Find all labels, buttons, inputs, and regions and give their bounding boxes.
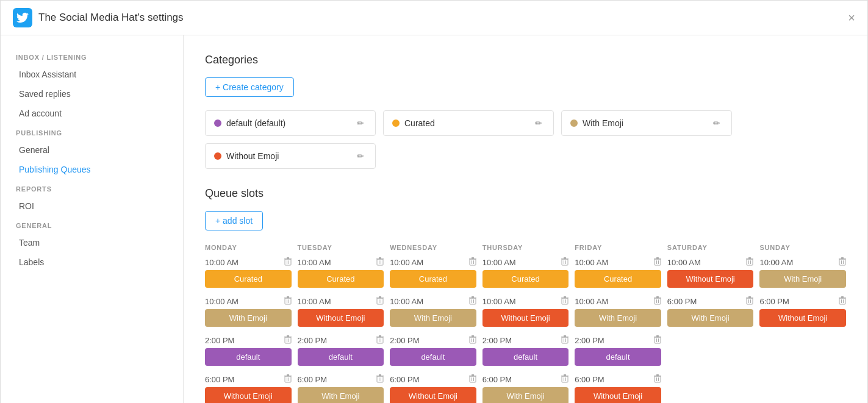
sidebar-item-ad-account[interactable]: Ad account	[1, 104, 183, 123]
svg-rect-84	[656, 257, 659, 259]
svg-rect-15	[285, 376, 291, 382]
sidebar-item-publishing-queues[interactable]: Publishing Queues	[1, 160, 183, 179]
svg-rect-43	[469, 259, 476, 260]
slot-time-row: 10:00 AM	[667, 257, 754, 268]
delete-slot-button[interactable]	[284, 335, 292, 346]
slot-time-row: 6:00 PM	[298, 374, 384, 385]
svg-rect-5	[285, 298, 291, 304]
svg-rect-51	[472, 338, 472, 342]
svg-rect-11	[287, 338, 287, 342]
delete-slot-button[interactable]	[654, 335, 661, 346]
slot-badge: With Emoji	[298, 387, 384, 403]
delete-slot-button[interactable]	[376, 296, 384, 307]
delete-slot-button[interactable]	[561, 335, 569, 346]
edit-category-button[interactable]: ✏	[533, 117, 545, 129]
delete-slot-button[interactable]	[376, 374, 384, 385]
delete-slot-button[interactable]	[561, 257, 569, 268]
svg-rect-63	[561, 259, 569, 260]
slot-group: 10:00 AMCurated	[205, 257, 292, 288]
add-slot-button[interactable]: + add slot	[205, 211, 263, 230]
slot-group: 2:00 PMdefault	[298, 335, 384, 366]
schedule-grid: MONDAY10:00 AMCurated10:00 AMWith Emoji2…	[205, 244, 846, 403]
slot-time: 10:00 AM	[575, 258, 608, 267]
category-dot	[214, 152, 221, 160]
edit-category-button[interactable]: ✏	[711, 117, 723, 129]
svg-rect-119	[841, 296, 844, 298]
svg-rect-110	[839, 259, 845, 265]
svg-rect-67	[565, 299, 566, 303]
svg-rect-100	[747, 259, 753, 265]
svg-rect-68	[561, 298, 569, 299]
slot-group: 6:00 PMWithout Emoji	[390, 374, 476, 403]
sidebar-item-saved-replies[interactable]: Saved replies	[1, 84, 183, 104]
delete-slot-button[interactable]	[654, 257, 661, 268]
svg-rect-107	[750, 299, 751, 303]
svg-rect-66	[564, 299, 564, 303]
slot-badge: Without Emoji	[205, 387, 292, 403]
sidebar-item-labels[interactable]: Labels	[1, 252, 183, 272]
svg-rect-55	[470, 376, 476, 382]
sidebar-item-team[interactable]: Team	[1, 233, 183, 252]
delete-slot-button[interactable]	[561, 296, 569, 307]
delete-slot-button[interactable]	[746, 257, 753, 268]
slot-time: 6:00 PM	[575, 375, 604, 384]
slot-group: 6:00 PMWithout Emoji	[575, 374, 661, 403]
sidebar-item-general[interactable]: General	[1, 140, 183, 160]
create-category-button[interactable]: + Create category	[205, 77, 294, 97]
svg-rect-35	[377, 376, 383, 382]
svg-rect-75	[562, 376, 568, 382]
svg-rect-38	[376, 376, 384, 377]
edit-category-button[interactable]: ✏	[354, 150, 367, 162]
svg-rect-46	[472, 299, 472, 303]
svg-rect-6	[287, 299, 287, 303]
svg-rect-86	[656, 299, 657, 303]
delete-slot-button[interactable]	[469, 257, 476, 268]
delete-slot-button[interactable]	[469, 335, 476, 346]
slot-time: 2:00 PM	[205, 336, 234, 345]
delete-slot-button[interactable]	[839, 257, 846, 268]
slot-group: 10:00 AMWithout Emoji	[667, 257, 754, 288]
svg-rect-91	[656, 338, 657, 342]
slot-time-row: 10:00 AM	[390, 296, 476, 307]
delete-slot-button[interactable]	[469, 374, 476, 385]
day-column-saturday: SATURDAY10:00 AMWithout Emoji6:00 PMWith…	[667, 244, 754, 403]
delete-slot-button[interactable]	[376, 257, 384, 268]
delete-slot-button[interactable]	[284, 257, 292, 268]
svg-rect-50	[470, 337, 476, 343]
slot-group: 6:00 PMWithout Emoji	[759, 296, 846, 327]
delete-slot-button[interactable]	[839, 296, 846, 307]
close-button[interactable]: ×	[848, 12, 855, 24]
svg-rect-21	[379, 260, 379, 264]
settings-window: The Social Media Hat's settings × INBOX …	[0, 0, 868, 403]
svg-rect-18	[284, 376, 292, 377]
delete-slot-button[interactable]	[284, 296, 292, 307]
svg-rect-25	[377, 298, 383, 304]
slot-badge: Curated	[298, 270, 384, 288]
sidebar: INBOX / LISTENINGInbox AssistantSaved re…	[1, 35, 184, 403]
delete-slot-button[interactable]	[561, 374, 569, 385]
delete-slot-button[interactable]	[376, 335, 384, 346]
svg-rect-69	[564, 296, 566, 298]
sidebar-item-inbox-assistant[interactable]: Inbox Assistant	[1, 65, 183, 84]
slot-group: 6:00 PMWith Emoji	[482, 374, 569, 403]
edit-category-button[interactable]: ✏	[354, 117, 367, 129]
delete-slot-button[interactable]	[654, 374, 661, 385]
delete-slot-button[interactable]	[469, 296, 476, 307]
delete-slot-button[interactable]	[746, 296, 753, 307]
title-bar: The Social Media Hat's settings ×	[1, 1, 867, 35]
svg-rect-89	[656, 296, 659, 298]
slot-badge: Without Emoji	[482, 309, 569, 327]
svg-rect-31	[379, 338, 379, 342]
svg-rect-39	[379, 374, 381, 376]
delete-slot-button[interactable]	[654, 296, 661, 307]
slot-time: 2:00 PM	[390, 336, 419, 345]
svg-rect-20	[377, 259, 383, 265]
category-item-with-emoji: With Emoji✏	[561, 110, 732, 136]
svg-rect-26	[379, 299, 379, 303]
slot-time: 10:00 AM	[667, 258, 701, 267]
slot-time-row: 10:00 AM	[298, 296, 384, 307]
slot-time-row: 10:00 AM	[205, 296, 292, 307]
svg-rect-4	[287, 257, 289, 259]
sidebar-item-roi[interactable]: ROI	[1, 196, 183, 216]
delete-slot-button[interactable]	[284, 374, 292, 385]
